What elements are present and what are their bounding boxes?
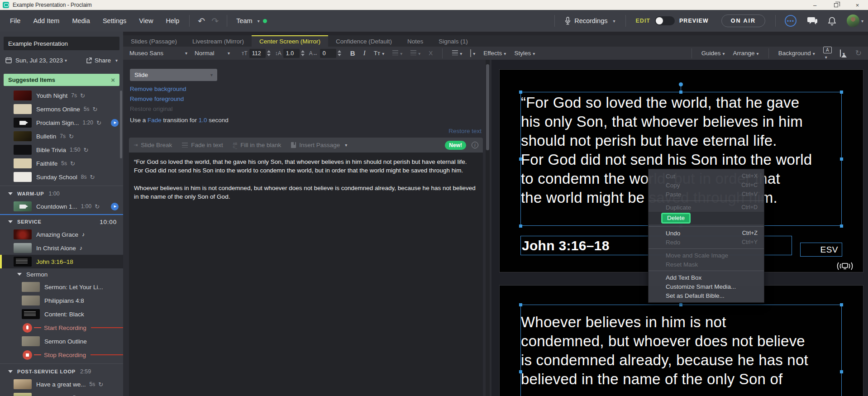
list-item[interactable]: Bible Trivia1:50↻ (0, 143, 123, 157)
list-item[interactable]: Romans 6:45s↻ (0, 391, 123, 396)
list-item[interactable]: Sermon: Let Your Li... (0, 280, 123, 294)
more-options-icon[interactable]: ••• (785, 15, 796, 27)
tab-confidence[interactable]: Confidence (Default) (328, 35, 400, 47)
chevron-down-icon[interactable]: ▾ (861, 19, 863, 24)
tab-notes[interactable]: Notes (400, 35, 431, 47)
resize-handle[interactable] (519, 157, 522, 161)
list-item[interactable]: Proclaim Sign...1:20↻ ▶ (0, 116, 123, 129)
stop-recording-item[interactable]: Stop Recording (0, 348, 123, 362)
list-item[interactable]: Sermon Outline (0, 334, 123, 348)
indent-list-button[interactable]: ▾ (410, 50, 420, 57)
slide-break-button[interactable]: ⇥ Slide Break (134, 142, 172, 148)
context-undo[interactable]: UndoCtrl+Z (649, 229, 764, 238)
tab-slides-passage[interactable]: Slides (Passage) (123, 35, 185, 47)
on-air-button[interactable]: ON AIR (721, 14, 765, 27)
effects-dropdown[interactable]: Effects▾ (483, 50, 506, 57)
list-item[interactable]: Have a great we...5s↻ (0, 377, 123, 391)
edit-preview-toggle[interactable] (655, 16, 675, 25)
context-customize-smart-media[interactable]: Customize Smart Media... (649, 282, 764, 291)
version-text-box[interactable]: ESV (800, 243, 842, 257)
fill-in-the-blank-button[interactable]: ABC_ Fill in the blank (233, 142, 281, 148)
list-item[interactable]: Content: Black (0, 307, 123, 321)
list-item[interactable]: Sunday School8s↻ (0, 170, 123, 184)
remove-background-link[interactable]: Remove background (130, 86, 186, 92)
resize-handle[interactable] (519, 91, 522, 94)
insert-passage-button[interactable]: Insert Passage ▾ (291, 142, 347, 148)
resize-handle[interactable] (840, 157, 843, 161)
redo-icon[interactable]: ↷ (211, 16, 219, 26)
close-icon[interactable]: × (111, 76, 115, 84)
list-item[interactable]: Youth Night7s↻ (0, 89, 123, 102)
passage-text-editor[interactable]: “For God so loved the world, that he gav… (129, 153, 483, 396)
list-item[interactable]: In Christ Alone♪ (0, 241, 123, 255)
bullet-list-button[interactable]: ▾ (392, 50, 402, 57)
guides-dropdown[interactable]: Guides▾ (701, 50, 725, 57)
line-height-stepper[interactable] (301, 50, 305, 56)
background-dropdown[interactable]: Background▾ (778, 50, 815, 57)
presentation-date[interactable]: Sun, Jul 23, 2023 (15, 57, 63, 64)
list-item[interactable]: Philippians 4:8 (0, 294, 123, 307)
editor-scrollbar[interactable] (486, 60, 490, 396)
team-dropdown[interactable]: Team ▾ (231, 17, 272, 24)
info-icon[interactable]: i (472, 142, 478, 148)
resize-handle[interactable] (519, 303, 522, 306)
text-align-button[interactable]: ▾ (452, 50, 462, 57)
presentation-name-input[interactable] (4, 37, 119, 50)
resize-handle[interactable] (679, 303, 682, 306)
arrange-dropdown[interactable]: Arrange▾ (733, 50, 759, 57)
styles-dropdown[interactable]: Styles▾ (514, 50, 535, 57)
resize-handle[interactable] (840, 91, 843, 94)
remove-foreground-link[interactable]: Remove foreground (130, 95, 184, 102)
section-service[interactable]: SERVICE 10:00 (0, 216, 123, 228)
font-family-select[interactable]: Museo Sans▾ (129, 50, 187, 57)
chat-button[interactable] (807, 17, 817, 25)
start-recording-item[interactable]: Start Recording (0, 321, 123, 334)
sidebar-scrollbar[interactable] (120, 91, 122, 158)
restore-button[interactable] (825, 0, 847, 10)
list-item-selected[interactable]: John 3:16–18 (0, 255, 123, 268)
list-item[interactable]: Sermons Online5s↻ (0, 102, 123, 116)
transition-type-link[interactable]: Fade (148, 117, 162, 124)
menu-settings[interactable]: Settings (96, 14, 133, 27)
letter-spacing-input[interactable]: 0 (320, 49, 336, 58)
section-post-service-loop[interactable]: POST-SERVICE LOOP2:59 (0, 366, 123, 377)
resize-handle[interactable] (519, 370, 522, 373)
text-selection-frame[interactable] (520, 305, 842, 396)
minimize-button[interactable]: – (804, 0, 825, 10)
text-case-button[interactable]: Tт▾ (374, 50, 384, 57)
context-add-text-box[interactable]: Add Text Box (649, 273, 764, 282)
menu-file[interactable]: File (4, 14, 27, 27)
recordings-dropdown[interactable]: Recordings ▾ (558, 17, 621, 25)
menu-help[interactable]: Help (159, 14, 186, 27)
restore-text-link[interactable]: Restore text (448, 128, 482, 134)
menu-view[interactable]: View (133, 14, 159, 27)
context-delete[interactable]: Delete (649, 212, 764, 224)
font-size-stepper[interactable] (267, 50, 271, 56)
fade-in-text-button[interactable]: Fade in text (182, 142, 223, 148)
clear-format-button[interactable]: X (429, 50, 433, 57)
bold-button[interactable]: B (350, 49, 355, 57)
resize-handle[interactable] (840, 224, 843, 228)
resize-handle[interactable] (679, 91, 682, 94)
group-sermon[interactable]: Sermon (0, 268, 123, 280)
rotation-handle[interactable] (679, 82, 683, 86)
text-style-select[interactable]: Normal▾ (195, 50, 230, 57)
notifications-button[interactable] (828, 17, 836, 25)
close-button[interactable]: × (847, 0, 868, 10)
line-height-input[interactable]: 1.0 (283, 49, 300, 58)
list-item[interactable]: Bulletin7s↻ (0, 129, 123, 143)
user-avatar[interactable] (847, 14, 859, 27)
scrollbar-thumb[interactable] (486, 64, 489, 150)
transition-duration-link[interactable]: 1.0 (199, 117, 207, 124)
delete-highlight[interactable]: Delete (661, 213, 691, 224)
resize-handle[interactable] (840, 303, 843, 306)
context-set-default-bible[interactable]: Set as Default Bible... (649, 291, 764, 300)
add-text-box-button[interactable]: A▾ (823, 47, 832, 60)
list-item[interactable]: Faithlife5s↻ (0, 157, 123, 170)
tab-center-screen[interactable]: Center Screen (Mirror) (252, 35, 328, 47)
tab-signals[interactable]: Signals (1) (431, 35, 476, 47)
add-image-button[interactable]: ▾ (840, 50, 845, 57)
letter-spacing-stepper[interactable] (338, 50, 341, 56)
section-warm-up[interactable]: WARM-UP1:00 (0, 188, 123, 200)
menu-media[interactable]: Media (66, 14, 96, 27)
